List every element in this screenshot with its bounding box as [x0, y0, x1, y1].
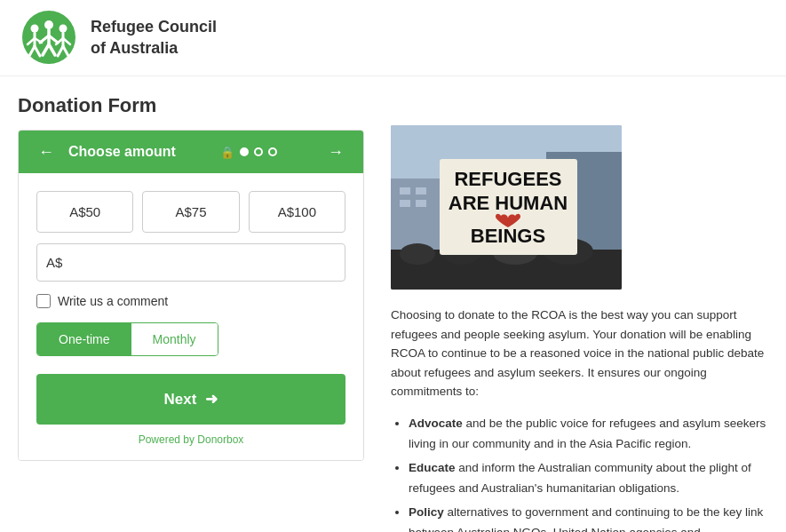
step-dot-2: [254, 147, 263, 156]
page-title: Donation Form: [18, 94, 364, 117]
step-dot-1: [240, 147, 249, 156]
protest-image: REFUGEES ARE HUMAN BEINGS: [391, 125, 622, 290]
next-arrow-icon: ➜: [205, 390, 218, 409]
comment-label[interactable]: Write us a comment: [58, 294, 168, 308]
comment-checkbox[interactable]: [36, 294, 51, 308]
org-logo: [18, 9, 80, 67]
educate-text: and inform the Australian community abou…: [409, 461, 751, 495]
donation-form-card: ← Choose amount 🔒 → A$50 A$75 A$100: [18, 130, 364, 461]
form-header: ← Choose amount 🔒 →: [19, 131, 363, 173]
next-button[interactable]: Next ➜: [36, 374, 345, 425]
list-item-educate: Educate and inform the Australian commun…: [409, 458, 768, 499]
next-button-label: Next: [164, 391, 197, 409]
monthly-button[interactable]: Monthly: [131, 323, 218, 355]
svg-text:BEINGS: BEINGS: [471, 225, 545, 247]
form-body: A$50 A$75 A$100 Write us a comment One-t…: [19, 173, 363, 460]
svg-text:REFUGEES: REFUGEES: [454, 168, 561, 190]
list-item-advocate: Advocate and be the public voice for ref…: [409, 414, 768, 455]
left-panel: Donation Form ← Choose amount 🔒 →: [18, 94, 364, 461]
form-header-title: Choose amount: [68, 144, 176, 160]
svg-rect-26: [400, 200, 410, 207]
org-name-text: Refugee Council of Australia: [91, 17, 217, 59]
svg-point-32: [400, 243, 435, 265]
donorbox-link[interactable]: Powered by Donorbox: [139, 433, 244, 446]
back-arrow-button[interactable]: ←: [33, 139, 60, 165]
custom-amount-input[interactable]: [36, 243, 345, 282]
lock-icon: 🔒: [220, 146, 234, 159]
site-header: Refugee Council of Australia: [0, 0, 786, 76]
list-item-policy: Policy alternatives to government and co…: [409, 503, 768, 532]
educate-bold: Educate: [409, 461, 456, 474]
svg-rect-27: [416, 200, 426, 207]
amount-button-75[interactable]: A$75: [142, 191, 239, 233]
one-time-button[interactable]: One-time: [37, 323, 131, 355]
policy-text: alternatives to government and continuin…: [409, 505, 763, 532]
amount-buttons-group: A$50 A$75 A$100: [36, 191, 345, 233]
svg-point-7: [31, 25, 39, 33]
powered-by: Powered by Donorbox: [36, 433, 345, 446]
form-header-icons: 🔒: [220, 146, 277, 159]
step-dot-3: [268, 147, 277, 156]
forward-arrow-button[interactable]: →: [322, 139, 349, 165]
svg-point-13: [60, 25, 67, 33]
svg-rect-24: [400, 187, 410, 195]
frequency-toggle: One-time Monthly: [36, 322, 218, 356]
policy-bold: Policy: [409, 505, 444, 519]
right-panel: REFUGEES ARE HUMAN BEINGS Choosing to do…: [391, 94, 768, 532]
points-list: Advocate and be the public voice for ref…: [391, 414, 768, 532]
advocate-text: and be the public voice for refugees and…: [409, 417, 766, 450]
form-header-left: ← Choose amount: [33, 139, 176, 165]
comment-row: Write us a comment: [36, 294, 345, 308]
svg-text:ARE HUMAN: ARE HUMAN: [449, 192, 568, 214]
advocate-bold: Advocate: [409, 417, 463, 430]
svg-rect-25: [416, 187, 426, 195]
amount-button-100[interactable]: A$100: [249, 191, 345, 233]
amount-button-50[interactable]: A$50: [36, 191, 133, 233]
description-text: Choosing to donate to the RCOA is the be…: [391, 306, 768, 401]
main-content: Donation Form ← Choose amount 🔒 →: [0, 76, 786, 532]
